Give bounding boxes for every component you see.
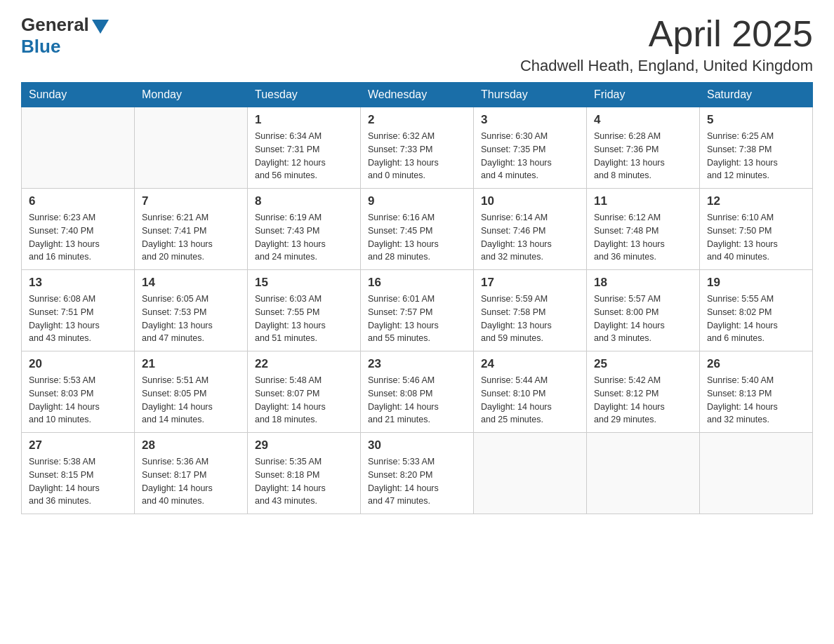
column-header-thursday: Thursday	[474, 83, 587, 107]
day-info: Sunrise: 5:44 AM Sunset: 8:10 PM Dayligh…	[481, 374, 579, 427]
day-number: 8	[255, 194, 353, 208]
day-number: 20	[29, 357, 127, 371]
day-info: Sunrise: 6:03 AM Sunset: 7:55 PM Dayligh…	[255, 293, 353, 345]
day-number: 10	[481, 194, 579, 208]
day-info: Sunrise: 6:01 AM Sunset: 7:57 PM Dayligh…	[368, 293, 466, 345]
calendar-cell: 4Sunrise: 6:28 AM Sunset: 7:36 PM Daylig…	[587, 107, 700, 189]
calendar-cell: 23Sunrise: 5:46 AM Sunset: 8:08 PM Dayli…	[361, 351, 474, 433]
calendar-cell: 9Sunrise: 6:16 AM Sunset: 7:45 PM Daylig…	[361, 189, 474, 270]
day-info: Sunrise: 6:12 AM Sunset: 7:48 PM Dayligh…	[594, 211, 692, 264]
day-number: 24	[481, 357, 579, 371]
week-row-4: 20Sunrise: 5:53 AM Sunset: 8:03 PM Dayli…	[22, 351, 813, 433]
week-row-2: 6Sunrise: 6:23 AM Sunset: 7:40 PM Daylig…	[22, 189, 813, 270]
day-info: Sunrise: 5:57 AM Sunset: 8:00 PM Dayligh…	[594, 293, 692, 345]
calendar-cell: 16Sunrise: 6:01 AM Sunset: 7:57 PM Dayli…	[361, 270, 474, 351]
calendar-cell: 14Sunrise: 6:05 AM Sunset: 7:53 PM Dayli…	[135, 270, 248, 351]
calendar-cell: 21Sunrise: 5:51 AM Sunset: 8:05 PM Dayli…	[135, 351, 248, 433]
calendar-cell: 29Sunrise: 5:35 AM Sunset: 8:18 PM Dayli…	[248, 433, 361, 514]
logo-blue-text: Blue	[21, 36, 60, 58]
calendar-cell	[700, 433, 813, 514]
day-info: Sunrise: 5:38 AM Sunset: 8:15 PM Dayligh…	[29, 455, 127, 508]
column-header-friday: Friday	[587, 83, 700, 107]
calendar-header: SundayMondayTuesdayWednesdayThursdayFrid…	[22, 83, 813, 107]
day-info: Sunrise: 5:55 AM Sunset: 8:02 PM Dayligh…	[707, 293, 805, 345]
day-number: 6	[29, 194, 127, 208]
day-info: Sunrise: 6:19 AM Sunset: 7:43 PM Dayligh…	[255, 211, 353, 264]
location-subtitle: Chadwell Heath, England, United Kingdom	[520, 57, 813, 75]
day-number: 5	[707, 113, 805, 127]
calendar-table: SundayMondayTuesdayWednesdayThursdayFrid…	[21, 82, 813, 514]
day-info: Sunrise: 6:21 AM Sunset: 7:41 PM Dayligh…	[142, 211, 240, 264]
calendar-cell: 6Sunrise: 6:23 AM Sunset: 7:40 PM Daylig…	[22, 189, 135, 270]
day-number: 29	[255, 438, 353, 452]
calendar-cell: 19Sunrise: 5:55 AM Sunset: 8:02 PM Dayli…	[700, 270, 813, 351]
calendar-cell	[474, 433, 587, 514]
logo-top: General	[21, 14, 109, 36]
column-header-sunday: Sunday	[22, 83, 135, 107]
day-info: Sunrise: 5:35 AM Sunset: 8:18 PM Dayligh…	[255, 455, 353, 508]
calendar-cell: 2Sunrise: 6:32 AM Sunset: 7:33 PM Daylig…	[361, 107, 474, 189]
day-info: Sunrise: 5:33 AM Sunset: 8:20 PM Dayligh…	[368, 455, 466, 508]
day-number: 28	[142, 438, 240, 452]
calendar-cell: 25Sunrise: 5:42 AM Sunset: 8:12 PM Dayli…	[587, 351, 700, 433]
day-number: 13	[29, 276, 127, 290]
day-info: Sunrise: 5:40 AM Sunset: 8:13 PM Dayligh…	[707, 374, 805, 427]
day-number: 11	[594, 194, 692, 208]
day-info: Sunrise: 6:28 AM Sunset: 7:36 PM Dayligh…	[594, 130, 692, 182]
day-info: Sunrise: 6:08 AM Sunset: 7:51 PM Dayligh…	[29, 293, 127, 345]
day-number: 17	[481, 276, 579, 290]
day-number: 4	[594, 113, 692, 127]
day-number: 18	[594, 276, 692, 290]
page-header: General Blue April 2025 Chadwell Heath, …	[21, 14, 813, 75]
month-title: April 2025	[520, 14, 813, 54]
calendar-cell: 24Sunrise: 5:44 AM Sunset: 8:10 PM Dayli…	[474, 351, 587, 433]
day-number: 7	[142, 194, 240, 208]
day-number: 12	[707, 194, 805, 208]
day-number: 22	[255, 357, 353, 371]
column-header-wednesday: Wednesday	[361, 83, 474, 107]
week-row-1: 1Sunrise: 6:34 AM Sunset: 7:31 PM Daylig…	[22, 107, 813, 189]
calendar-cell: 8Sunrise: 6:19 AM Sunset: 7:43 PM Daylig…	[248, 189, 361, 270]
day-number: 19	[707, 276, 805, 290]
column-header-saturday: Saturday	[700, 83, 813, 107]
calendar-cell	[22, 107, 135, 189]
day-info: Sunrise: 5:48 AM Sunset: 8:07 PM Dayligh…	[255, 374, 353, 427]
calendar-cell: 10Sunrise: 6:14 AM Sunset: 7:46 PM Dayli…	[474, 189, 587, 270]
logo-general-text: General	[21, 14, 89, 36]
day-info: Sunrise: 6:05 AM Sunset: 7:53 PM Dayligh…	[142, 293, 240, 345]
calendar-cell	[135, 107, 248, 189]
calendar-cell	[587, 433, 700, 514]
day-number: 1	[255, 113, 353, 127]
day-number: 27	[29, 438, 127, 452]
day-number: 25	[594, 357, 692, 371]
day-number: 16	[368, 276, 466, 290]
logo-triangle-icon	[92, 20, 109, 34]
calendar-cell: 22Sunrise: 5:48 AM Sunset: 8:07 PM Dayli…	[248, 351, 361, 433]
title-section: April 2025 Chadwell Heath, England, Unit…	[520, 14, 813, 75]
calendar-cell: 27Sunrise: 5:38 AM Sunset: 8:15 PM Dayli…	[22, 433, 135, 514]
calendar-body: 1Sunrise: 6:34 AM Sunset: 7:31 PM Daylig…	[22, 107, 813, 514]
calendar-cell: 18Sunrise: 5:57 AM Sunset: 8:00 PM Dayli…	[587, 270, 700, 351]
day-info: Sunrise: 5:59 AM Sunset: 7:58 PM Dayligh…	[481, 293, 579, 345]
header-row: SundayMondayTuesdayWednesdayThursdayFrid…	[22, 83, 813, 107]
day-number: 15	[255, 276, 353, 290]
calendar-cell: 7Sunrise: 6:21 AM Sunset: 7:41 PM Daylig…	[135, 189, 248, 270]
column-header-monday: Monday	[135, 83, 248, 107]
day-info: Sunrise: 5:36 AM Sunset: 8:17 PM Dayligh…	[142, 455, 240, 508]
day-number: 2	[368, 113, 466, 127]
calendar-cell: 28Sunrise: 5:36 AM Sunset: 8:17 PM Dayli…	[135, 433, 248, 514]
calendar-cell: 30Sunrise: 5:33 AM Sunset: 8:20 PM Dayli…	[361, 433, 474, 514]
calendar-cell: 3Sunrise: 6:30 AM Sunset: 7:35 PM Daylig…	[474, 107, 587, 189]
calendar-cell: 20Sunrise: 5:53 AM Sunset: 8:03 PM Dayli…	[22, 351, 135, 433]
day-number: 9	[368, 194, 466, 208]
calendar-cell: 17Sunrise: 5:59 AM Sunset: 7:58 PM Dayli…	[474, 270, 587, 351]
day-info: Sunrise: 5:53 AM Sunset: 8:03 PM Dayligh…	[29, 374, 127, 427]
day-info: Sunrise: 6:32 AM Sunset: 7:33 PM Dayligh…	[368, 130, 466, 182]
day-info: Sunrise: 6:10 AM Sunset: 7:50 PM Dayligh…	[707, 211, 805, 264]
calendar-cell: 26Sunrise: 5:40 AM Sunset: 8:13 PM Dayli…	[700, 351, 813, 433]
day-info: Sunrise: 6:23 AM Sunset: 7:40 PM Dayligh…	[29, 211, 127, 264]
day-info: Sunrise: 6:25 AM Sunset: 7:38 PM Dayligh…	[707, 130, 805, 182]
calendar-cell: 12Sunrise: 6:10 AM Sunset: 7:50 PM Dayli…	[700, 189, 813, 270]
day-number: 30	[368, 438, 466, 452]
week-row-5: 27Sunrise: 5:38 AM Sunset: 8:15 PM Dayli…	[22, 433, 813, 514]
